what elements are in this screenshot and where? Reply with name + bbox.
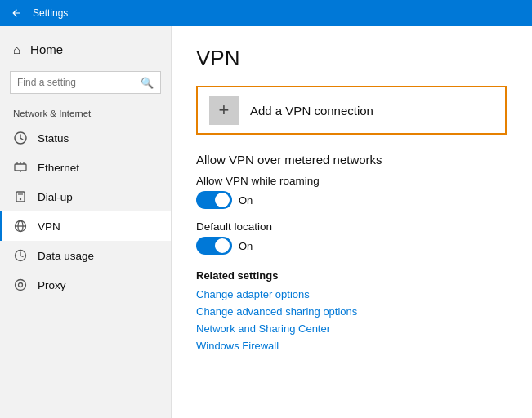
toggle-location-value: On [239,240,253,252]
link-windows-firewall[interactable]: Windows Firewall [196,340,507,352]
allow-vpn-section-heading: Allow VPN over metered networks [196,153,507,167]
add-vpn-plus-icon: + [209,96,239,125]
app-body: ⌂ Home 🔍 Network & Internet Status [0,26,532,418]
title-bar-text: Settings [33,7,68,19]
search-icon: 🔍 [141,77,154,89]
sidebar-item-proxy-label: Proxy [38,279,66,291]
toggle-roaming[interactable] [196,191,232,209]
search-input[interactable] [17,77,141,88]
dialup-icon [13,189,28,204]
toggle-roaming-knob [215,193,230,207]
link-change-adapter[interactable]: Change adapter options [196,288,507,300]
status-icon [13,131,28,145]
toggle-roaming-wrap: On [196,191,507,209]
sidebar-item-home[interactable]: ⌂ Home [0,34,171,64]
toggle-location-wrap: On [196,237,507,255]
svg-rect-1 [15,164,26,171]
search-box[interactable]: 🔍 [10,71,161,94]
ethernet-icon [13,160,28,175]
back-button[interactable] [8,5,25,21]
sidebar-item-status[interactable]: Status [0,123,171,153]
home-icon: ⌂ [13,42,20,56]
toggle-roaming-label: Allow VPN while roaming [196,175,507,187]
add-vpn-label: Add a VPN connection [250,104,373,118]
link-change-sharing[interactable]: Change advanced sharing options [196,305,507,318]
svg-point-7 [20,198,21,200]
page-title: VPN [196,46,507,71]
title-bar: Settings [0,0,532,26]
svg-point-14 [19,283,23,287]
proxy-icon [13,278,28,292]
sidebar-item-dialup-label: Dial-up [38,191,73,203]
svg-point-13 [16,280,26,291]
sidebar-item-dialup[interactable]: Dial-up [0,182,171,211]
sidebar-item-ethernet-label: Ethernet [38,162,79,174]
sidebar-home-label: Home [30,42,63,56]
related-settings-section: Related settings Change adapter options … [196,269,507,352]
sidebar-item-ethernet[interactable]: Ethernet [0,153,171,182]
toggle-location-knob [215,238,230,253]
sidebar-item-proxy[interactable]: Proxy [0,270,171,300]
sidebar-item-datausage[interactable]: Data usage [0,241,171,270]
toggle-roaming-value: On [239,194,253,207]
toggle-row-roaming: Allow VPN while roaming On [196,175,507,209]
add-vpn-button[interactable]: + Add a VPN connection [196,86,507,135]
vpn-icon [13,219,28,233]
sidebar-section-label: Network & Internet [0,105,171,123]
datausage-icon [13,248,28,263]
related-heading: Related settings [196,269,507,282]
sidebar-item-status-label: Status [38,132,69,145]
toggle-location[interactable] [196,237,232,255]
link-network-sharing[interactable]: Network and Sharing Center [196,322,507,335]
sidebar-item-datausage-label: Data usage [38,250,94,262]
sidebar-item-vpn[interactable]: VPN [0,211,171,241]
sidebar: ⌂ Home 🔍 Network & Internet Status [0,26,172,418]
toggle-row-location: Default location On [196,220,507,255]
sidebar-item-vpn-label: VPN [38,220,60,233]
toggle-location-label: Default location [196,220,507,233]
content-area: VPN + Add a VPN connection Allow VPN ove… [172,26,532,418]
